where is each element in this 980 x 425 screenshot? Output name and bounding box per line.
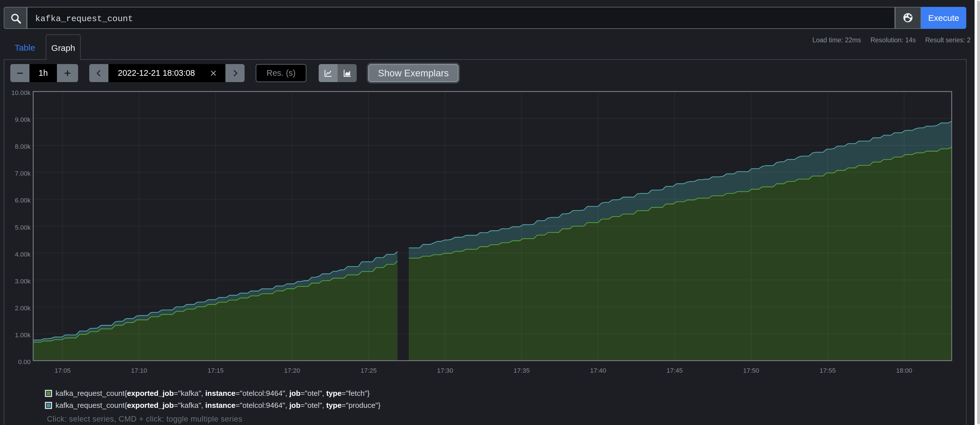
svg-text:17:05: 17:05 xyxy=(55,367,71,374)
svg-text:10.00k: 10.00k xyxy=(11,89,30,96)
svg-text:8.00k: 8.00k xyxy=(15,143,31,150)
svg-text:17:45: 17:45 xyxy=(667,367,682,374)
svg-text:17:55: 17:55 xyxy=(819,367,835,374)
svg-text:18:00: 18:00 xyxy=(896,367,912,374)
svg-text:17:40: 17:40 xyxy=(590,367,606,374)
svg-text:2.00k: 2.00k xyxy=(15,305,31,312)
svg-text:3.00k: 3.00k xyxy=(15,278,31,285)
svg-text:17:30: 17:30 xyxy=(437,367,453,374)
svg-text:4.00k: 4.00k xyxy=(15,251,31,258)
svg-text:17:50: 17:50 xyxy=(743,367,759,374)
svg-text:17:15: 17:15 xyxy=(208,367,224,374)
svg-text:7.00k: 7.00k xyxy=(15,170,31,177)
svg-text:0.00: 0.00 xyxy=(18,358,30,366)
svg-text:9.00k: 9.00k xyxy=(15,116,31,123)
svg-text:1.00k: 1.00k xyxy=(15,331,31,339)
svg-text:17:10: 17:10 xyxy=(131,367,147,374)
svg-text:17:25: 17:25 xyxy=(360,367,376,374)
svg-text:5.00k: 5.00k xyxy=(15,224,31,231)
svg-text:17:35: 17:35 xyxy=(514,367,530,374)
svg-text:17:20: 17:20 xyxy=(284,367,300,374)
svg-text:6.00k: 6.00k xyxy=(15,197,31,204)
